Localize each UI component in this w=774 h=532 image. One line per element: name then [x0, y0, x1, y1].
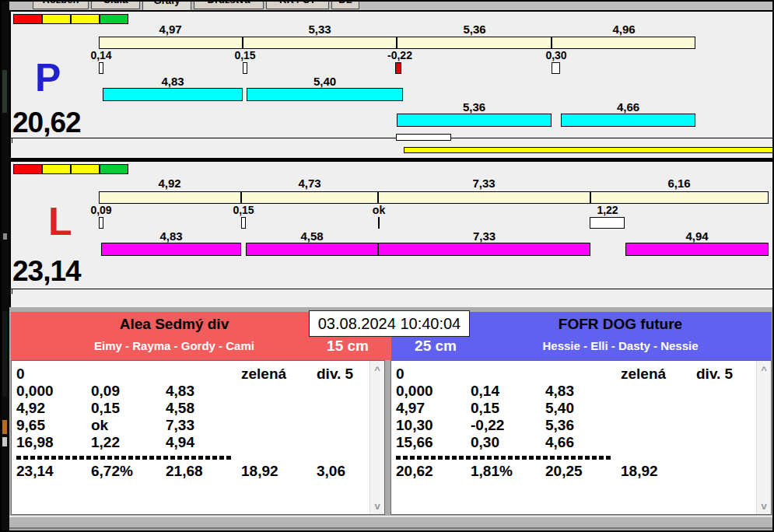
timestamp: 03.08.2024 10:40:04: [309, 310, 470, 337]
run-time-label: 4,66: [561, 101, 695, 113]
table-cell: 0: [16, 366, 25, 382]
segment-time-label: 6,16: [648, 177, 710, 189]
reaction-tick: [395, 62, 401, 74]
table-cell: 0,15: [471, 401, 499, 416]
results-table-right[interactable]: ^ v 0zelenádiv. 50,0000,144,834,970,155,…: [391, 360, 772, 515]
legend-color-box: [71, 14, 100, 24]
white-marker-bar: [396, 134, 451, 141]
lane-divider: [9, 158, 774, 162]
segment-time-bar: [99, 191, 769, 204]
table-cell: 10,30: [396, 418, 433, 433]
tab-bar: RozběhČidlaGrafyDružstvaKK / ČTDL: [9, 0, 772, 10]
scroll-up-icon[interactable]: ^: [757, 363, 771, 376]
jump-height-left: 15 cm: [309, 338, 387, 355]
table-cell: 20,62: [396, 464, 433, 479]
segment-time-label: 4,97: [139, 23, 201, 35]
yellow-progress-bar: [404, 147, 772, 153]
lane-letter-L: L: [48, 202, 72, 241]
run-time-label: 4,58: [246, 230, 378, 242]
table-cell: 4,66: [545, 435, 574, 450]
legend-color-box: [42, 14, 71, 24]
reaction-tick: [241, 217, 246, 229]
reaction-tick: [99, 217, 103, 229]
table-cell: 4,58: [166, 401, 194, 416]
reaction-tick: [99, 62, 103, 74]
table-cell: 5,36: [545, 418, 574, 433]
table-cell: 4,83: [166, 383, 194, 399]
tab-grafy[interactable]: Grafy: [142, 0, 191, 10]
legend-color-box: [71, 164, 100, 174]
table-cell: 0,14: [471, 383, 499, 399]
dog-run-bar: [101, 243, 241, 256]
run-time-label: 4,94: [625, 230, 769, 242]
legend-color-box: [42, 164, 71, 174]
run-time-label: 4,83: [103, 75, 243, 87]
lane-panel-right: P20,624,975,335,364,960,140,15-0,220,304…: [9, 12, 772, 158]
team-name-right: FOFR DOG future: [469, 316, 772, 333]
segment-time-label: 5,33: [289, 23, 351, 35]
reaction-time-label: -0,22: [376, 50, 423, 61]
lane-baseline: [11, 289, 772, 289]
table-cell: 9,65: [16, 418, 45, 433]
status-bar: [2, 516, 772, 529]
legend-color-box: [100, 164, 128, 174]
table-cell: 15,66: [396, 435, 433, 450]
reaction-time-label: 0,15: [220, 205, 267, 215]
team-dogs-left: Eimy - Rayma - Gordy - Cami: [11, 339, 338, 352]
scrollbar-left-table[interactable]: ^ v: [369, 361, 384, 514]
table-cell: 4,94: [166, 435, 194, 450]
tab--idla[interactable]: Čidla: [91, 0, 140, 9]
reaction-time-label: 0,30: [533, 50, 580, 61]
run-time-label: 4,83: [101, 230, 241, 242]
table-cell: 1,22: [91, 435, 120, 450]
team-name-left: Alea Sedmý div: [11, 316, 338, 333]
reaction-time-label: 0,15: [222, 50, 268, 61]
dog-run-bar: [378, 243, 590, 256]
table-cell: 21,68: [166, 464, 203, 479]
table-separator: [396, 456, 611, 460]
table-cell: 16,98: [16, 435, 54, 450]
panel-top-border: [9, 10, 774, 12]
segment-time-label: 7,33: [453, 177, 515, 189]
reaction-time-label: 0,14: [78, 50, 124, 61]
segment-time-label: 5,36: [443, 23, 506, 35]
segment-time-label: 4,96: [593, 23, 655, 35]
table-cell: zelená: [621, 366, 666, 382]
segment-time-label: 4,73: [278, 177, 341, 189]
table-cell: 1,81%: [471, 464, 513, 479]
segment-time-label: 4,92: [138, 177, 201, 189]
segment-time-bar: [99, 37, 695, 49]
legend-color-box: [13, 14, 42, 24]
jump-height-right: 25 cm: [393, 338, 478, 355]
dog-run-bar: [561, 114, 695, 127]
scroll-down-icon[interactable]: v: [757, 499, 771, 512]
scroll-up-icon[interactable]: ^: [370, 363, 384, 376]
tab-kk-t[interactable]: KK / ČT: [266, 0, 329, 9]
table-cell: 18,92: [621, 464, 658, 479]
scroll-down-icon[interactable]: v: [370, 499, 384, 512]
table-cell: 0: [396, 366, 405, 382]
table-cell: 0,30: [471, 435, 499, 450]
lane-baseline: [11, 138, 772, 138]
table-cell: ok: [91, 418, 108, 433]
tab-rozb-h[interactable]: Rozběh: [33, 0, 89, 9]
reaction-tick-ok: [378, 217, 380, 229]
lane-panel-left: L23,144,924,737,336,160,090,15ok1,224,83…: [9, 162, 772, 307]
dog-run-bar: [247, 88, 403, 101]
table-cell: 4,92: [16, 401, 45, 416]
tab-dru-stva[interactable]: Družstva: [194, 0, 264, 9]
table-cell: -0,22: [471, 418, 504, 433]
results-table-left[interactable]: ^ v 0zelenádiv. 50,0000,094,834,920,154,…: [11, 360, 385, 515]
reaction-tick: [590, 217, 625, 229]
legend-color-box: [13, 164, 42, 174]
background-desktop-strip: [0, 0, 9, 532]
lane-letter-P: P: [35, 58, 61, 97]
table-cell: 3,06: [317, 464, 345, 479]
table-cell: 7,33: [166, 418, 194, 433]
reaction-time-label: ok: [355, 205, 402, 215]
table-cell: div. 5: [696, 366, 733, 382]
run-time-label: 7,33: [378, 230, 590, 242]
tab-dl[interactable]: DL: [331, 0, 359, 9]
table-cell: 5,40: [545, 401, 574, 416]
scrollbar-right-table[interactable]: ^ v: [756, 361, 771, 514]
